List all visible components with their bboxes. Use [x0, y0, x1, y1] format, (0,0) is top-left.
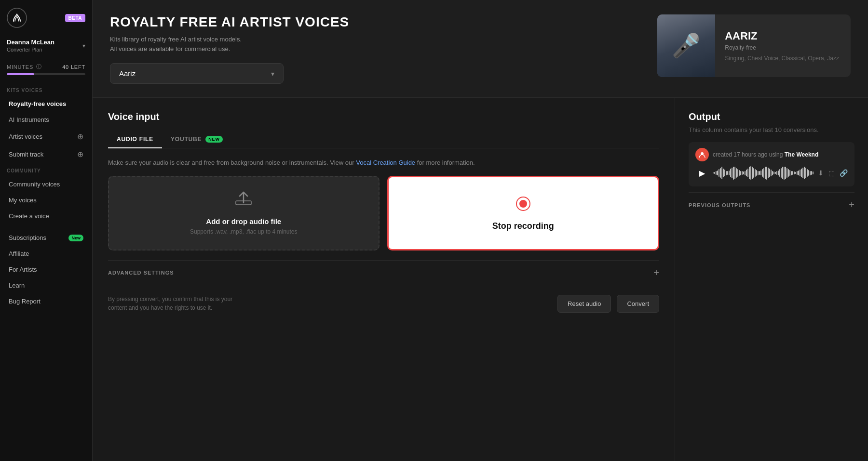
vocal-creation-guide-link[interactable]: Vocal Creation Guide	[356, 159, 415, 166]
sidebar-item-affiliate[interactable]: Affiliate	[2, 246, 90, 262]
waveform-bar	[773, 171, 774, 174]
sidebar-item-artist-voices[interactable]: Artist voices ⊕	[2, 128, 90, 145]
advanced-settings-row[interactable]: ADVANCED SETTINGS +	[108, 260, 659, 285]
waveform-bar	[802, 168, 803, 179]
output-item: created 17 hours ago using The Weeknd ▶ …	[689, 142, 854, 186]
previous-outputs-plus-icon: +	[849, 199, 854, 211]
waveform-bar	[739, 170, 740, 176]
voice-selector[interactable]: Aariz ▾	[110, 63, 284, 84]
waveform-bar	[733, 167, 734, 180]
record-zone[interactable]: Stop recording	[387, 176, 660, 250]
waveform-bar	[789, 170, 790, 176]
app-logo	[7, 8, 27, 28]
convert-button[interactable]: Convert	[617, 295, 659, 313]
guide-text: Make sure your audio is clear and free f…	[108, 158, 659, 168]
sidebar-item-label: Artist voices	[9, 133, 42, 140]
waveform-bar	[724, 170, 725, 176]
tab-audio-file[interactable]: AUDIO FILE	[108, 132, 162, 148]
advanced-settings-plus-icon: +	[653, 267, 659, 278]
upload-icon	[234, 191, 253, 212]
waveform-bar	[765, 167, 766, 179]
reset-audio-button[interactable]: Reset audio	[557, 295, 611, 313]
sidebar-item-subscriptions[interactable]: Subscriptions New	[2, 230, 90, 246]
advanced-settings-label: ADVANCED SETTINGS	[108, 270, 174, 276]
waveform-bar	[797, 171, 798, 174]
sidebar-item-royalty-free-voices[interactable]: Royalty-free voices	[2, 96, 90, 112]
waveform-bar	[800, 170, 800, 176]
sidebar-item-for-artists[interactable]: For Artists	[2, 262, 90, 277]
waveform-bar	[779, 169, 780, 177]
waveform-bar	[749, 167, 750, 179]
previous-outputs-label: PREVIOUS OUTPUTS	[689, 202, 750, 208]
waveform-bar	[736, 168, 737, 178]
artist-name: AARIZ	[725, 30, 839, 42]
sidebar-item-bug-report[interactable]: Bug Report	[2, 293, 90, 309]
sidebar-item-learn[interactable]: Learn	[2, 277, 90, 293]
output-panel: Output This column contains your last 10…	[675, 98, 868, 461]
waveform-bar	[772, 171, 773, 175]
confirm-text: By pressing convert, you confirm that th…	[108, 295, 243, 312]
bottom-action-row: By pressing convert, you confirm that th…	[108, 295, 659, 313]
artist-card-info: AARIZ Royalty-free Singing, Chest Voice,…	[725, 30, 839, 62]
drop-zone[interactable]: Add or drop audio file Supports .wav, .m…	[108, 176, 380, 250]
waveform-bar	[713, 172, 714, 174]
sidebar-item-label: Royalty-free voices	[9, 100, 66, 107]
sidebar-item-label: For Artists	[9, 266, 37, 273]
sidebar-item-ai-instruments[interactable]: AI Instruments	[2, 112, 90, 128]
waveform-bar	[727, 171, 728, 174]
stop-recording-label: Stop recording	[492, 221, 554, 231]
hero-subtitle-line1: Kits library of royalty free AI artist v…	[110, 36, 242, 43]
minutes-bar-fill	[7, 73, 34, 75]
sidebar-item-my-voices[interactable]: My voices	[2, 192, 90, 208]
waveform-bar	[805, 168, 806, 178]
tab-youtube[interactable]: YOUTUBE New	[162, 132, 231, 148]
waveform-bar	[723, 169, 724, 177]
add-submit-track-icon[interactable]: ⊕	[77, 150, 83, 159]
minutes-section: MINUTES ⓘ 40 left	[0, 59, 92, 83]
sidebar-item-label: Create a voice	[9, 212, 49, 220]
play-button[interactable]: ▶	[695, 166, 709, 180]
voice-selector-chevron-icon: ▾	[271, 70, 274, 78]
download-button[interactable]: ⬇	[818, 169, 824, 177]
waveform-bar	[734, 167, 735, 179]
svg-point-2	[519, 200, 527, 208]
minutes-left: 40 left	[62, 64, 85, 70]
main-content: ROYALTY FREE AI ARTIST VOICES Kits libra…	[93, 0, 868, 461]
output-subtitle: This column contains your last 10 conver…	[689, 126, 854, 133]
waveform-bar	[717, 171, 718, 176]
sidebar-item-submit-track[interactable]: Submit track ⊕	[2, 145, 90, 163]
waveform-bar	[801, 169, 802, 177]
waveform-bar	[763, 168, 764, 178]
logo-area: BETA	[0, 0, 92, 35]
waveform-bar	[771, 170, 772, 176]
user-menu[interactable]: Deanna McLean Converter Plan ▾	[0, 35, 92, 59]
previous-outputs-row[interactable]: PREVIOUS OUTPUTS +	[689, 192, 854, 217]
waveform-bar	[758, 171, 759, 175]
sidebar-item-create-voice[interactable]: Create a voice	[2, 208, 90, 224]
link-button[interactable]: 🔗	[840, 169, 848, 177]
waveform-bar	[726, 171, 727, 175]
sidebar-item-label: Bug Report	[9, 298, 41, 305]
sidebar-item-label: Submit track	[9, 151, 43, 158]
sidebar-item-community-voices[interactable]: Community voices	[2, 176, 90, 192]
waveform-bar	[719, 169, 719, 177]
waveform-bar	[775, 172, 776, 174]
output-avatar	[695, 148, 709, 161]
waveform-bar	[760, 171, 761, 176]
waveform-bar	[808, 170, 809, 176]
waveform-bar	[766, 167, 767, 180]
sidebar: BETA Deanna McLean Converter Plan ▾ MINU…	[0, 0, 93, 461]
waveform-bar	[813, 171, 814, 174]
export-button[interactable]: ⬚	[828, 169, 835, 177]
waveform-bar	[753, 168, 754, 178]
waveform-bar	[787, 168, 787, 178]
sidebar-item-label: Subscriptions	[9, 234, 46, 241]
waveform-bar	[743, 171, 744, 174]
minutes-info-icon: ⓘ	[36, 63, 42, 70]
hero-subtitle-line2: All voices are available for commercial …	[110, 45, 230, 53]
voice-input-title: Voice input	[108, 111, 659, 122]
artist-badge: Royalty-free	[725, 44, 839, 51]
content-row: Voice input AUDIO FILE YOUTUBE New Make …	[93, 98, 868, 461]
add-artist-voice-icon[interactable]: ⊕	[77, 132, 83, 141]
waveform-bar	[782, 167, 783, 179]
